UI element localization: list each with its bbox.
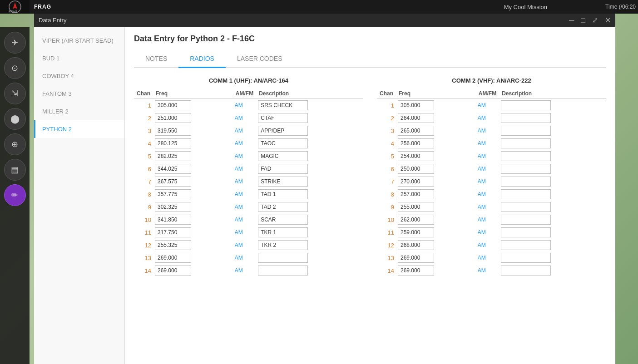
comm1-freq-cell-8[interactable]: [153, 188, 233, 201]
comm1-desc-input-11[interactable]: [258, 227, 308, 237]
comm1-freq-input-9[interactable]: [155, 202, 191, 212]
comm2-desc-cell-14[interactable]: [499, 264, 606, 277]
comm1-desc-input-2[interactable]: [258, 113, 308, 123]
nav-item-viper[interactable]: VIPER (AIR START SEAD): [34, 32, 124, 49]
nav-item-miller2[interactable]: MILLER 2: [34, 103, 124, 120]
clipboard-icon-btn[interactable]: ▤: [4, 159, 26, 181]
plane-icon-btn[interactable]: ✈: [4, 32, 26, 54]
comm2-desc-input-6[interactable]: [501, 164, 551, 174]
comm1-desc-input-8[interactable]: [258, 189, 308, 199]
comm2-desc-input-14[interactable]: [501, 266, 551, 275]
comm2-desc-input-4[interactable]: [501, 138, 551, 148]
comm2-freq-cell-7[interactable]: [396, 175, 476, 188]
comm1-desc-input-6[interactable]: [258, 164, 308, 174]
camera-icon-btn[interactable]: ⬤: [4, 108, 26, 130]
comm2-freq-cell-11[interactable]: [396, 226, 476, 239]
comm1-desc-cell-5[interactable]: [256, 150, 363, 162]
comm1-desc-cell-6[interactable]: [256, 162, 363, 175]
comm2-freq-input-2[interactable]: [398, 113, 434, 123]
comm2-freq-cell-4[interactable]: [396, 137, 476, 150]
comm2-freq-input-9[interactable]: [398, 202, 434, 212]
comm2-desc-input-3[interactable]: [501, 126, 551, 136]
nav-item-fantom3[interactable]: FANTOM 3: [34, 85, 124, 103]
comm2-freq-input-4[interactable]: [398, 138, 434, 148]
comm1-freq-cell-11[interactable]: [153, 226, 233, 239]
comm1-freq-cell-5[interactable]: [153, 150, 233, 162]
comm1-freq-input-6[interactable]: [155, 164, 191, 174]
comm1-freq-cell-14[interactable]: [153, 264, 233, 277]
comm2-desc-cell-4[interactable]: [499, 137, 606, 150]
comm2-desc-input-8[interactable]: [501, 189, 551, 199]
comm2-freq-cell-12[interactable]: [396, 239, 476, 251]
comm2-freq-input-1[interactable]: [398, 100, 434, 110]
comm1-desc-cell-12[interactable]: [256, 239, 363, 251]
comm2-freq-cell-5[interactable]: [396, 150, 476, 162]
comm1-desc-cell-2[interactable]: [256, 112, 363, 124]
comm2-freq-cell-8[interactable]: [396, 188, 476, 201]
comm1-freq-cell-12[interactable]: [153, 239, 233, 251]
comm2-freq-input-6[interactable]: [398, 164, 434, 174]
comm2-desc-input-5[interactable]: [501, 151, 551, 161]
nav-item-bud1[interactable]: BUD 1: [34, 49, 124, 67]
comm1-desc-cell-14[interactable]: [256, 264, 363, 277]
comm2-freq-cell-9[interactable]: [396, 201, 476, 213]
comm2-freq-cell-13[interactable]: [396, 251, 476, 264]
comm1-freq-cell-4[interactable]: [153, 137, 233, 150]
comm1-freq-input-8[interactable]: [155, 189, 191, 199]
comm2-desc-input-11[interactable]: [501, 227, 551, 237]
maximize-button[interactable]: ⤢: [590, 16, 600, 25]
comm2-desc-input-12[interactable]: [501, 240, 551, 250]
comm2-freq-input-3[interactable]: [398, 126, 434, 136]
comm2-freq-cell-2[interactable]: [396, 112, 476, 124]
comm2-desc-cell-7[interactable]: [499, 175, 606, 188]
comm1-freq-cell-9[interactable]: [153, 201, 233, 213]
nav-item-python2[interactable]: PYTHON 2: [34, 120, 124, 138]
comm2-desc-cell-11[interactable]: [499, 226, 606, 239]
comm1-freq-input-4[interactable]: [155, 138, 191, 148]
tab-laser-codes[interactable]: LASER CODES: [226, 50, 294, 68]
comm1-desc-cell-11[interactable]: [256, 226, 363, 239]
nav-item-cowboy4[interactable]: COWBOY 4: [34, 67, 124, 85]
comm2-freq-input-13[interactable]: [398, 253, 434, 263]
comm1-desc-cell-9[interactable]: [256, 201, 363, 213]
comm1-freq-cell-2[interactable]: [153, 112, 233, 124]
tab-notes[interactable]: NOTES: [134, 50, 178, 68]
comm2-desc-cell-2[interactable]: [499, 112, 606, 124]
edit-icon-btn[interactable]: ✏: [4, 184, 26, 206]
comm2-freq-cell-3[interactable]: [396, 124, 476, 137]
comm1-desc-cell-7[interactable]: [256, 175, 363, 188]
comm2-desc-input-9[interactable]: [501, 202, 551, 212]
comm2-desc-cell-9[interactable]: [499, 201, 606, 213]
comm1-freq-cell-1[interactable]: [153, 99, 233, 112]
comm2-desc-cell-5[interactable]: [499, 150, 606, 162]
comm1-freq-cell-3[interactable]: [153, 124, 233, 137]
minimize-button[interactable]: ─: [567, 16, 576, 25]
comm2-freq-input-12[interactable]: [398, 240, 434, 250]
comm1-desc-input-10[interactable]: [258, 215, 308, 225]
target-icon-btn[interactable]: ⊕: [4, 133, 26, 155]
comm1-desc-input-12[interactable]: [258, 240, 308, 250]
tower-icon-btn[interactable]: ⊙: [4, 57, 26, 79]
comm1-freq-input-5[interactable]: [155, 151, 191, 161]
comm2-desc-input-13[interactable]: [501, 253, 551, 263]
comm2-desc-cell-12[interactable]: [499, 239, 606, 251]
comm1-freq-cell-7[interactable]: [153, 175, 233, 188]
comm1-desc-cell-8[interactable]: [256, 188, 363, 201]
comm1-desc-input-3[interactable]: [258, 126, 308, 136]
tab-radios[interactable]: RADIOS: [178, 50, 226, 68]
comm2-freq-input-10[interactable]: [398, 215, 434, 225]
comm1-freq-cell-13[interactable]: [153, 251, 233, 264]
comm2-desc-cell-3[interactable]: [499, 124, 606, 137]
comm1-freq-input-1[interactable]: [155, 100, 191, 110]
comm1-freq-input-10[interactable]: [155, 215, 191, 225]
comm1-desc-cell-1[interactable]: [256, 99, 363, 112]
comm2-desc-cell-1[interactable]: [499, 99, 606, 112]
comm2-freq-input-7[interactable]: [398, 177, 434, 187]
comm2-freq-input-5[interactable]: [398, 151, 434, 161]
comm1-freq-input-3[interactable]: [155, 126, 191, 136]
comm2-freq-input-11[interactable]: [398, 227, 434, 237]
comm1-desc-cell-4[interactable]: [256, 137, 363, 150]
comm1-desc-input-9[interactable]: [258, 202, 308, 212]
comm2-desc-cell-8[interactable]: [499, 188, 606, 201]
comm2-desc-input-2[interactable]: [501, 113, 551, 123]
